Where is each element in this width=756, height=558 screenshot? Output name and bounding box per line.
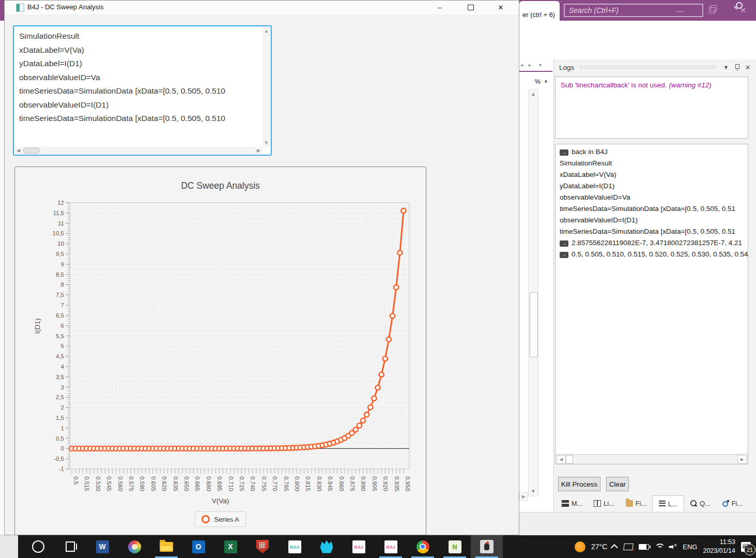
folder-icon — [626, 500, 633, 507]
editor-tab[interactable]: er (ctrl + 6) — [519, 1, 560, 21]
taskbar-item-outlook[interactable]: O — [182, 535, 214, 558]
taskbar-item-chrome[interactable] — [407, 535, 439, 558]
taskbar-item-b4a[interactable]: B4A — [279, 535, 311, 558]
svg-text:5: 5 — [61, 343, 64, 349]
svg-text:0.740: 0.740 — [250, 476, 256, 491]
svg-text:0.920: 0.920 — [382, 476, 389, 491]
zoom-combobox[interactable]: %▼ — [519, 76, 548, 87]
pin-icon[interactable] — [734, 64, 739, 70]
window-titlebar[interactable]: B4J - DC Sweep Analysis – ✕ — [5, 1, 519, 14]
svg-text:0.725: 0.725 — [239, 476, 245, 491]
simulation-result-textarea[interactable]: SimulationResultxDataLabel=V(Va)yDataLab… — [13, 25, 272, 156]
panel-menu-icon[interactable]: ▼ — [721, 64, 731, 70]
wifi-icon[interactable] — [655, 544, 663, 550]
battery-icon[interactable] — [639, 544, 649, 550]
word-icon: W — [96, 540, 109, 553]
taskview-icon — [66, 541, 75, 552]
tab-M[interactable]: M... — [556, 495, 588, 511]
tab-scroll-left-icon[interactable]: ◂ — [520, 62, 523, 68]
scroll-right-icon[interactable]: ▶ — [737, 455, 747, 464]
svg-text:0.755: 0.755 — [261, 476, 267, 491]
ide-restore-button[interactable] — [703, 0, 721, 21]
show-hidden-icons-icon[interactable] — [611, 544, 618, 551]
tab-list-dropdown-icon[interactable]: ▾ — [539, 62, 542, 68]
svg-text:11: 11 — [58, 220, 64, 227]
ide-minimize-button[interactable]: — — [671, 0, 689, 21]
scrollbar-thumb[interactable] — [23, 147, 40, 154]
scroll-right-icon[interactable]: ▶ — [255, 148, 263, 153]
textarea-horizontal-scrollbar[interactable]: ◀ ▶ — [14, 147, 263, 154]
taskbar-item-taskview[interactable] — [54, 535, 86, 558]
svg-text:7: 7 — [61, 302, 64, 308]
taskbar-item-cortana[interactable] — [22, 535, 54, 558]
tab-Q[interactable]: Q... — [684, 495, 716, 511]
textarea-vertical-scrollbar[interactable]: ▲ ▼ — [263, 27, 270, 147]
taskbar-item-explorer[interactable] — [150, 535, 182, 558]
scroll-left-icon[interactable]: ◀ — [557, 455, 566, 464]
kill-process-button[interactable]: Kill Process — [558, 477, 600, 491]
editor-vertical-scrollbar[interactable]: ▲ ▼ — [528, 89, 538, 496]
tab-Fi[interactable]: Fi... — [716, 495, 748, 511]
volume-muted-icon[interactable] — [669, 544, 677, 550]
tab-Li[interactable]: Li... — [588, 495, 620, 511]
taskbar-item-b4j[interactable]: B4J — [375, 535, 407, 558]
chevron-down-icon: ▼ — [544, 79, 548, 84]
svg-text:0.905: 0.905 — [372, 476, 378, 491]
ide-status-strip — [519, 512, 756, 536]
tab-Fi[interactable]: Fi... — [620, 495, 652, 511]
tab-scroll-right-icon[interactable]: ▸ — [529, 62, 531, 68]
taskbar-item-npp[interactable]: N — [439, 535, 471, 558]
svg-text:0.710: 0.710 — [228, 476, 234, 491]
maximize-icon — [468, 5, 474, 10]
scroll-up-icon[interactable]: ▲ — [529, 89, 538, 98]
close-button[interactable]: ✕ — [489, 1, 512, 14]
log-line: →2.857556228119082E-7, 3.471800272381257… — [560, 237, 748, 249]
taskbar-item-word[interactable]: W — [86, 535, 118, 558]
scroll-down-icon[interactable]: ▼ — [263, 140, 270, 145]
legend-item: Series A — [195, 511, 245, 527]
chart-svg: 1211,51110,5109,598,587,576,565,554,543,… — [15, 200, 427, 510]
log-output-box[interactable]: →back in B4JSimulationResultxDataLabel=V… — [555, 144, 748, 464]
svg-text:0.830: 0.830 — [316, 476, 322, 491]
zoom-value: % — [535, 78, 541, 85]
scrollbar-thumb[interactable] — [566, 455, 573, 464]
notification-center-icon[interactable]: 21 — [741, 542, 751, 552]
taskbar-item-java[interactable] — [471, 535, 503, 558]
scroll-left-icon[interactable]: ◀ — [14, 148, 22, 153]
taskbar-item-b4j[interactable]: B4J — [343, 535, 375, 558]
close-icon[interactable]: ✕ — [743, 64, 753, 71]
app-icon — [16, 4, 24, 12]
scrollbar-thumb[interactable] — [530, 292, 538, 357]
scroll-down-icon[interactable]: ▼ — [529, 487, 538, 495]
panel-drag-grip[interactable] — [579, 65, 716, 70]
display-disconnected-icon[interactable] — [623, 544, 634, 550]
ide-close-button[interactable]: ✕ — [734, 0, 752, 21]
clear-button[interactable]: Clear — [606, 477, 629, 491]
taskbar-item-b4i[interactable] — [311, 535, 343, 558]
textarea-line: xDataLabel=V(Va) — [19, 43, 260, 57]
log-horizontal-scrollbar[interactable]: ◀ ▶ — [556, 454, 748, 464]
tab-L[interactable]: L... — [652, 495, 684, 511]
clock[interactable]: 11:53 2023/01/14 — [703, 538, 735, 555]
log-line: SimulationResult — [560, 158, 748, 169]
maximize-button[interactable] — [459, 1, 482, 14]
minimize-button[interactable]: – — [428, 1, 451, 14]
taskbar-item-excel[interactable]: X — [214, 535, 246, 558]
shield-icon — [256, 540, 269, 553]
scroll-up-icon[interactable]: ▲ — [263, 28, 270, 34]
b4i-icon — [320, 540, 333, 553]
language-indicator[interactable]: ENG — [683, 543, 697, 551]
svg-text:-0,5: -0,5 — [54, 456, 64, 462]
find-icon — [722, 500, 729, 507]
svg-text:0.665: 0.665 — [194, 476, 200, 491]
taskbar-item-paint[interactable] — [118, 535, 150, 558]
weather-sun-icon[interactable] — [575, 541, 585, 552]
taskbar-item-shield[interactable] — [246, 535, 279, 558]
warnings-box[interactable]: Sub 'linechartcallback' is not used. (wa… — [555, 77, 748, 139]
temperature[interactable]: 27°C — [591, 542, 607, 551]
editor-hscroll-right-icon[interactable]: ▶ — [519, 492, 528, 501]
log-line: →back in B4J — [560, 146, 748, 158]
svg-text:0.5: 0.5 — [73, 476, 79, 485]
svg-text:7,5: 7,5 — [56, 292, 64, 298]
logs-panel-header[interactable]: Logs ▼ ✕ — [554, 59, 756, 75]
